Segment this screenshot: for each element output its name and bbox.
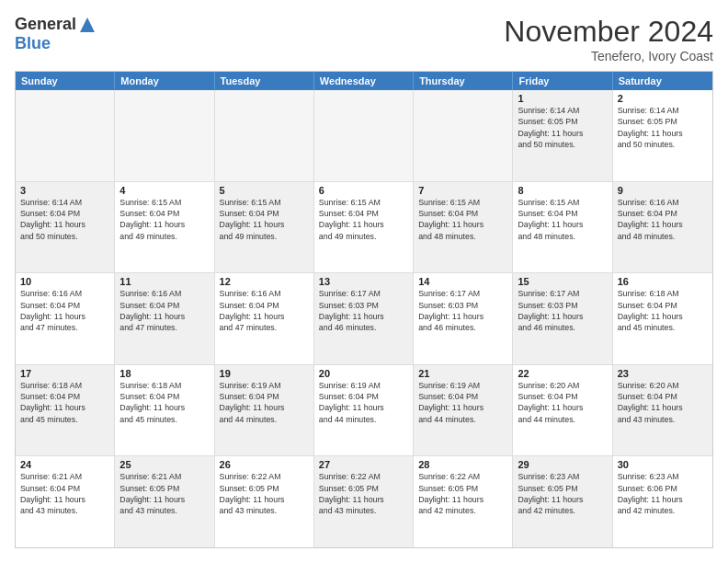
day-cell-4: 4Sunrise: 6:15 AM Sunset: 6:04 PM Daylig…	[115, 182, 214, 273]
day-cell-5: 5Sunrise: 6:15 AM Sunset: 6:04 PM Daylig…	[215, 182, 314, 273]
day-number: 4	[119, 185, 209, 196]
day-cell-11: 11Sunrise: 6:16 AM Sunset: 6:04 PM Dayli…	[115, 273, 214, 364]
day-info: Sunrise: 6:19 AM Sunset: 6:04 PM Dayligh…	[418, 380, 507, 425]
day-info: Sunrise: 6:16 AM Sunset: 6:04 PM Dayligh…	[119, 288, 209, 333]
day-number: 7	[418, 185, 507, 196]
day-cell-8: 8Sunrise: 6:15 AM Sunset: 6:04 PM Daylig…	[513, 182, 612, 273]
day-cell-29: 29Sunrise: 6:23 AM Sunset: 6:05 PM Dayli…	[513, 456, 612, 547]
day-info: Sunrise: 6:18 AM Sunset: 6:04 PM Dayligh…	[618, 288, 708, 333]
day-cell-21: 21Sunrise: 6:19 AM Sunset: 6:04 PM Dayli…	[414, 365, 513, 456]
day-number: 19	[220, 368, 309, 379]
empty-cell	[16, 90, 115, 181]
calendar-row-3: 17Sunrise: 6:18 AM Sunset: 6:04 PM Dayli…	[16, 365, 712, 457]
day-cell-15: 15Sunrise: 6:17 AM Sunset: 6:03 PM Dayli…	[513, 273, 612, 364]
day-number: 2	[618, 93, 708, 104]
day-cell-2: 2Sunrise: 6:14 AM Sunset: 6:05 PM Daylig…	[613, 90, 712, 181]
empty-cell	[314, 90, 414, 181]
svg-marker-0	[80, 17, 95, 32]
empty-cell	[414, 90, 513, 181]
calendar-header-thursday: Thursday	[414, 72, 513, 90]
day-number: 13	[319, 276, 408, 287]
calendar-row-2: 10Sunrise: 6:16 AM Sunset: 6:04 PM Dayli…	[16, 273, 712, 365]
day-info: Sunrise: 6:23 AM Sunset: 6:05 PM Dayligh…	[518, 471, 607, 516]
day-cell-20: 20Sunrise: 6:19 AM Sunset: 6:04 PM Dayli…	[314, 365, 414, 456]
day-info: Sunrise: 6:15 AM Sunset: 6:04 PM Dayligh…	[119, 197, 209, 242]
calendar-body: 1Sunrise: 6:14 AM Sunset: 6:05 PM Daylig…	[16, 90, 712, 547]
day-cell-23: 23Sunrise: 6:20 AM Sunset: 6:04 PM Dayli…	[613, 365, 712, 456]
day-info: Sunrise: 6:16 AM Sunset: 6:04 PM Dayligh…	[220, 288, 309, 333]
day-cell-14: 14Sunrise: 6:17 AM Sunset: 6:03 PM Dayli…	[414, 273, 513, 364]
empty-cell	[115, 90, 214, 181]
day-info: Sunrise: 6:14 AM Sunset: 6:05 PM Dayligh…	[518, 105, 607, 150]
calendar-row-1: 3Sunrise: 6:14 AM Sunset: 6:04 PM Daylig…	[16, 182, 712, 274]
day-number: 29	[518, 459, 607, 470]
day-info: Sunrise: 6:20 AM Sunset: 6:04 PM Dayligh…	[518, 380, 607, 425]
day-number: 5	[220, 185, 309, 196]
calendar-header-sunday: Sunday	[16, 72, 115, 90]
calendar: SundayMondayTuesdayWednesdayThursdayFrid…	[15, 71, 713, 548]
day-number: 27	[319, 459, 408, 470]
day-info: Sunrise: 6:14 AM Sunset: 6:05 PM Dayligh…	[618, 105, 708, 150]
title-section: November 2024 Tenefero, Ivory Coast	[504, 15, 713, 63]
day-number: 16	[618, 276, 708, 287]
day-info: Sunrise: 6:15 AM Sunset: 6:04 PM Dayligh…	[418, 197, 507, 242]
calendar-header-wednesday: Wednesday	[314, 72, 414, 90]
day-number: 12	[220, 276, 309, 287]
calendar-header-monday: Monday	[115, 72, 214, 90]
day-cell-10: 10Sunrise: 6:16 AM Sunset: 6:04 PM Dayli…	[16, 273, 115, 364]
day-number: 22	[518, 368, 607, 379]
day-cell-7: 7Sunrise: 6:15 AM Sunset: 6:04 PM Daylig…	[414, 182, 513, 273]
day-cell-25: 25Sunrise: 6:21 AM Sunset: 6:05 PM Dayli…	[115, 456, 214, 547]
day-info: Sunrise: 6:20 AM Sunset: 6:04 PM Dayligh…	[618, 380, 708, 425]
logo-icon	[78, 16, 97, 34]
day-cell-30: 30Sunrise: 6:23 AM Sunset: 6:06 PM Dayli…	[613, 456, 712, 547]
day-info: Sunrise: 6:18 AM Sunset: 6:04 PM Dayligh…	[119, 380, 209, 425]
day-number: 10	[20, 276, 109, 287]
calendar-row-4: 24Sunrise: 6:21 AM Sunset: 6:04 PM Dayli…	[16, 456, 712, 547]
day-info: Sunrise: 6:22 AM Sunset: 6:05 PM Dayligh…	[319, 471, 408, 516]
day-number: 8	[518, 185, 607, 196]
day-cell-24: 24Sunrise: 6:21 AM Sunset: 6:04 PM Dayli…	[16, 456, 115, 547]
day-info: Sunrise: 6:22 AM Sunset: 6:05 PM Dayligh…	[418, 471, 507, 516]
day-number: 14	[418, 276, 507, 287]
day-info: Sunrise: 6:15 AM Sunset: 6:04 PM Dayligh…	[220, 197, 309, 242]
day-cell-6: 6Sunrise: 6:15 AM Sunset: 6:04 PM Daylig…	[314, 182, 414, 273]
day-number: 30	[618, 459, 708, 470]
day-cell-16: 16Sunrise: 6:18 AM Sunset: 6:04 PM Dayli…	[613, 273, 712, 364]
day-info: Sunrise: 6:21 AM Sunset: 6:05 PM Dayligh…	[119, 471, 209, 516]
day-info: Sunrise: 6:15 AM Sunset: 6:04 PM Dayligh…	[518, 197, 607, 242]
day-number: 1	[518, 93, 607, 104]
day-number: 11	[119, 276, 209, 287]
day-number: 24	[20, 459, 109, 470]
header: General Blue November 2024 Tenefero, Ivo…	[15, 15, 713, 63]
day-number: 28	[418, 459, 507, 470]
day-info: Sunrise: 6:22 AM Sunset: 6:05 PM Dayligh…	[220, 471, 309, 516]
day-cell-18: 18Sunrise: 6:18 AM Sunset: 6:04 PM Dayli…	[115, 365, 214, 456]
day-info: Sunrise: 6:17 AM Sunset: 6:03 PM Dayligh…	[319, 288, 408, 333]
calendar-row-0: 1Sunrise: 6:14 AM Sunset: 6:05 PM Daylig…	[16, 90, 712, 182]
day-number: 3	[20, 185, 109, 196]
day-number: 18	[119, 368, 209, 379]
day-info: Sunrise: 6:15 AM Sunset: 6:04 PM Dayligh…	[319, 197, 408, 242]
calendar-header-saturday: Saturday	[613, 72, 712, 90]
day-cell-26: 26Sunrise: 6:22 AM Sunset: 6:05 PM Dayli…	[215, 456, 314, 547]
day-cell-27: 27Sunrise: 6:22 AM Sunset: 6:05 PM Dayli…	[314, 456, 414, 547]
day-number: 6	[319, 185, 408, 196]
day-info: Sunrise: 6:21 AM Sunset: 6:04 PM Dayligh…	[20, 471, 109, 516]
logo: General Blue	[15, 15, 97, 53]
calendar-header-friday: Friday	[513, 72, 612, 90]
month-title: November 2024	[504, 15, 713, 49]
day-cell-28: 28Sunrise: 6:22 AM Sunset: 6:05 PM Dayli…	[414, 456, 513, 547]
day-info: Sunrise: 6:14 AM Sunset: 6:04 PM Dayligh…	[20, 197, 109, 242]
calendar-header-tuesday: Tuesday	[215, 72, 314, 90]
logo-blue-text: Blue	[15, 34, 51, 53]
calendar-header: SundayMondayTuesdayWednesdayThursdayFrid…	[16, 72, 712, 90]
empty-cell	[215, 90, 314, 181]
day-info: Sunrise: 6:19 AM Sunset: 6:04 PM Dayligh…	[220, 380, 309, 425]
location-subtitle: Tenefero, Ivory Coast	[504, 49, 713, 63]
day-number: 17	[20, 368, 109, 379]
day-cell-17: 17Sunrise: 6:18 AM Sunset: 6:04 PM Dayli…	[16, 365, 115, 456]
day-number: 26	[220, 459, 309, 470]
logo-general-text: General	[15, 15, 76, 34]
day-info: Sunrise: 6:17 AM Sunset: 6:03 PM Dayligh…	[418, 288, 507, 333]
